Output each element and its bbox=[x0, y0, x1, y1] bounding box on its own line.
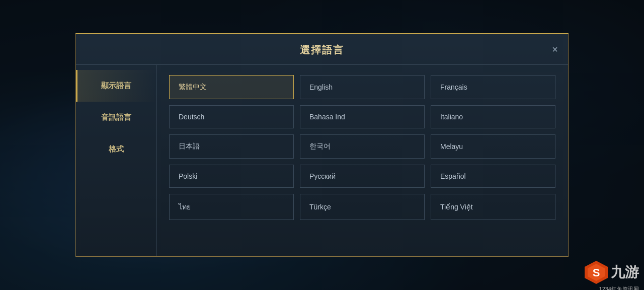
language-btn-th[interactable]: ไทย bbox=[169, 194, 294, 220]
jiuyou-text: 九游 bbox=[611, 263, 639, 282]
language-grid: 繁體中文EnglishFrançaisDeutschBahasa IndItal… bbox=[169, 75, 555, 220]
sidebar-item-audio[interactable]: 音訊語言 bbox=[76, 102, 156, 133]
language-btn-es[interactable]: Español bbox=[431, 165, 555, 188]
language-btn-fr[interactable]: Français bbox=[431, 75, 555, 99]
language-btn-vi[interactable]: Tiếng Việt bbox=[431, 194, 555, 220]
language-btn-ja[interactable]: 日本語 bbox=[169, 134, 294, 159]
language-btn-en[interactable]: English bbox=[300, 75, 425, 99]
language-grid-content: 繁體中文EnglishFrançaisDeutschBahasa IndItal… bbox=[156, 65, 568, 256]
modal-body: 顯示語言音訊語言格式 繁體中文EnglishFrançaisDeutschBah… bbox=[76, 65, 568, 256]
close-button[interactable]: × bbox=[552, 44, 558, 54]
language-btn-tr[interactable]: Türkçe bbox=[300, 194, 425, 220]
svg-text:S: S bbox=[593, 266, 600, 279]
modal-title: 選擇語言 bbox=[300, 43, 344, 57]
language-btn-it[interactable]: Italiano bbox=[431, 105, 555, 128]
modal-wrapper: 選擇語言 × 顯示語言音訊語言格式 繁體中文EnglishFrançaisDeu… bbox=[0, 0, 644, 290]
language-btn-ru[interactable]: Русский bbox=[300, 165, 425, 188]
sidebar-item-format[interactable]: 格式 bbox=[76, 133, 156, 165]
jiuyou-logo-icon: S bbox=[584, 260, 609, 285]
language-btn-ms[interactable]: Melayu bbox=[431, 134, 555, 159]
language-btn-zh-tw[interactable]: 繁體中文 bbox=[169, 75, 294, 99]
watermark-sub: 1234红鱼资讯网 bbox=[599, 285, 639, 290]
sidebar: 顯示語言音訊語言格式 bbox=[76, 65, 156, 256]
language-btn-id[interactable]: Bahasa Ind bbox=[300, 105, 425, 128]
sidebar-item-display[interactable]: 顯示語言 bbox=[76, 70, 156, 102]
modal-header: 選擇語言 × bbox=[76, 34, 568, 65]
language-btn-de[interactable]: Deutsch bbox=[169, 105, 294, 128]
watermark: S 九游 1234红鱼资讯网 bbox=[584, 260, 639, 285]
language-btn-pl[interactable]: Polski bbox=[169, 165, 294, 188]
language-modal: 選擇語言 × 顯示語言音訊語言格式 繁體中文EnglishFrançaisDeu… bbox=[75, 33, 569, 257]
jiuyou-logo: S 九游 bbox=[584, 260, 639, 285]
language-btn-ko[interactable]: 한국어 bbox=[300, 134, 425, 159]
